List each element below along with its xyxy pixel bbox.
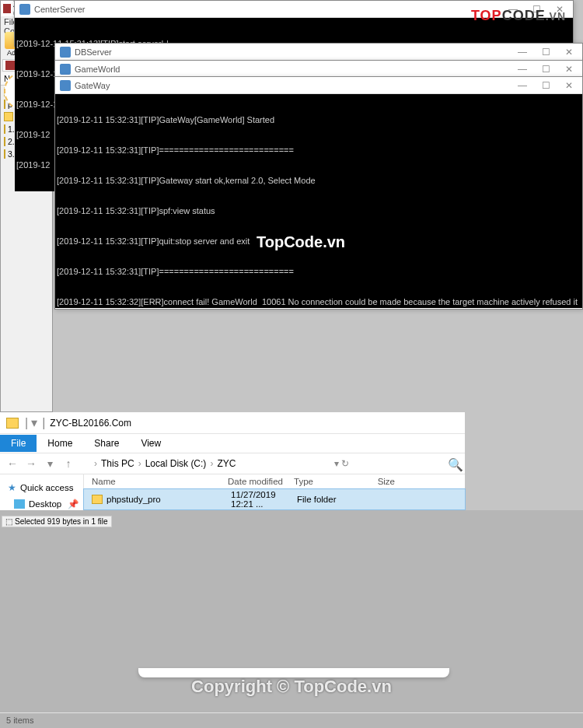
app-icon: [60, 64, 71, 75]
app-icon: [19, 4, 30, 15]
tab-home[interactable]: Home: [37, 435, 83, 452]
breadcrumb[interactable]: › This PC › Local Disk (C:) › ZYC: [79, 458, 236, 469]
card-edge: [138, 668, 449, 677]
back-button[interactable]: ←: [5, 457, 20, 470]
folder-icon: [4, 100, 5, 109]
maximize-button[interactable]: ☐: [534, 78, 557, 93]
col-name[interactable]: Name: [92, 477, 228, 486]
file-icon: [4, 149, 5, 159]
star-icon: ★: [8, 482, 16, 493]
winrar-status: ⬚ Selected 919 bytes in 1 file: [2, 516, 112, 527]
close-button[interactable]: ✕: [557, 44, 581, 60]
crumb-thispc[interactable]: This PC: [101, 458, 134, 469]
titlebar-explorer[interactable]: | ▾ | ZYC-BL20166.Com: [0, 412, 465, 434]
crumb-folder[interactable]: ZYC: [217, 458, 236, 469]
crumb-drive[interactable]: Local Disk (C:): [145, 458, 207, 469]
tab-share[interactable]: Share: [83, 435, 130, 452]
window-dbserver[interactable]: DBServer — ☐ ✕: [54, 43, 583, 61]
sidebar-item-desktop[interactable]: Desktop📌: [0, 496, 83, 512]
col-date[interactable]: Date modified: [228, 477, 294, 486]
history-dropdown[interactable]: ▾: [42, 457, 58, 470]
title-text: CenterServer: [34, 5, 85, 14]
refresh-dropdown[interactable]: ▾ ↻: [334, 458, 349, 469]
file-icon: [4, 137, 5, 146]
forward-button[interactable]: →: [23, 457, 39, 470]
folder-icon: [6, 418, 19, 429]
close-button[interactable]: ✕: [557, 78, 581, 93]
tab-view[interactable]: View: [130, 435, 172, 452]
sidebar-quickaccess[interactable]: ★ Quick access: [0, 479, 83, 496]
title-text: DBServer: [75, 47, 112, 57]
titlebar-dbserver[interactable]: DBServer — ☐ ✕: [55, 44, 582, 61]
watermark-logo: TOPCODE.VN: [471, 8, 566, 24]
folder-icon: [92, 495, 103, 504]
minimize-button[interactable]: —: [511, 44, 534, 60]
col-size[interactable]: Size: [360, 477, 395, 486]
minimize-button[interactable]: —: [511, 78, 534, 93]
window-gateway[interactable]: GateWay — ☐ ✕ [2019-12-11 15:32:31][TIP]…: [54, 76, 583, 310]
titlebar-gateway[interactable]: GateWay — ☐ ✕: [55, 77, 582, 94]
col-type[interactable]: Type: [294, 477, 360, 486]
window-title: ZYC-BL20166.Com: [50, 418, 131, 429]
up-button[interactable]: ↑: [61, 457, 76, 470]
maximize-button[interactable]: ☐: [534, 44, 557, 60]
titlebar-gameworld[interactable]: GameWorld — ☐ ✕: [55, 61, 582, 78]
tab-file[interactable]: File: [0, 435, 37, 452]
console-gateway: [2019-12-11 15:32:31][TIP]GateWay[GameWo…: [55, 94, 582, 308]
app-icon: [60, 80, 71, 91]
quick-sep2: |: [42, 416, 45, 430]
app-icon: [60, 47, 71, 58]
quick-dropdown-icon[interactable]: ▾: [31, 415, 37, 430]
title-text: GateWay: [75, 81, 110, 90]
archive-icon: [5, 61, 15, 70]
desktop-icon: [14, 499, 25, 509]
status-icon: ⬚: [5, 517, 12, 526]
winrar-icon: [3, 4, 11, 13]
background-area: [0, 510, 583, 728]
ribbon-tabs: File Home Share View: [0, 434, 465, 453]
pc-icon: [79, 459, 90, 468]
quick-sep: |: [25, 416, 28, 430]
table-row[interactable]: phpstudy_pro 11/27/2019 12:21 ... File f…: [84, 489, 465, 509]
column-headers[interactable]: Name Date modified Type Size: [84, 474, 465, 489]
minimize-button[interactable]: —: [511, 61, 534, 77]
maximize-button[interactable]: ☐: [534, 61, 557, 77]
folder-icon: [4, 112, 13, 121]
title-text: GameWorld: [75, 65, 120, 74]
status-bar: 5 items: [0, 712, 583, 728]
nav-bar: ← → ▾ ↑ › This PC › Local Disk (C:) › ZY…: [0, 453, 465, 474]
search-icon[interactable]: 🔍: [448, 457, 460, 470]
close-button[interactable]: ✕: [557, 61, 581, 77]
file-icon: [4, 124, 5, 134]
